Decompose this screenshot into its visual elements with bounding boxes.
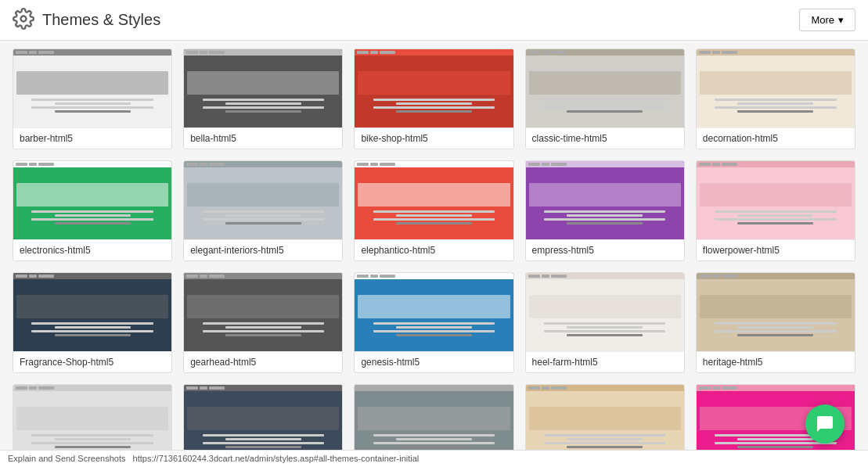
theme-thumbnail [526, 49, 684, 128]
theme-name-label: elegant-interiors-html5 [184, 239, 342, 260]
theme-card[interactable] [13, 384, 172, 450]
chat-float-button[interactable] [805, 404, 845, 444]
theme-thumbnail [697, 49, 855, 128]
theme-name-label: electronics-html5 [13, 239, 171, 260]
theme-thumbnail [355, 49, 513, 128]
theme-card[interactable]: empress-html5 [525, 160, 685, 261]
theme-name-label: heritage-html5 [697, 351, 855, 372]
theme-name-label: empress-html5 [526, 239, 684, 260]
theme-name-label: bike-shop-html5 [355, 128, 513, 149]
theme-card[interactable]: elephantico-html5 [354, 160, 513, 261]
gear-icon [13, 8, 34, 32]
theme-thumbnail [184, 273, 342, 351]
theme-thumbnail [184, 385, 342, 450]
theme-card[interactable] [525, 384, 685, 450]
theme-card[interactable]: classic-time-html5 [525, 48, 685, 149]
status-url: https://7136160244.3dcart.net/admin/styl… [133, 454, 420, 463]
theme-card[interactable]: decornation-html5 [696, 48, 855, 149]
theme-thumbnail [13, 273, 171, 351]
theme-card[interactable]: Fragrance-Shop-html5 [13, 272, 172, 373]
theme-card[interactable]: bike-shop-html5 [354, 48, 513, 149]
theme-card[interactable]: gearhead-html5 [183, 272, 343, 373]
theme-name-label: gearhead-html5 [184, 351, 342, 372]
theme-name-label: Fragrance-Shop-html5 [13, 351, 171, 372]
header: Themes & Styles More ▾ [0, 0, 868, 41]
themes-grid: barber-html5 bella-html5 [13, 48, 855, 450]
theme-card[interactable] [354, 384, 513, 450]
status-bar: Explain and Send Screenshots https://713… [0, 450, 868, 467]
header-left: Themes & Styles [13, 8, 160, 32]
theme-card[interactable]: flowerpower-html5 [696, 160, 855, 261]
page-title: Themes & Styles [42, 11, 160, 29]
theme-thumbnail [355, 385, 513, 450]
chevron-down-icon: ▾ [838, 14, 844, 26]
theme-thumbnail [526, 385, 684, 450]
theme-thumbnail [697, 273, 855, 351]
theme-card[interactable]: heritage-html5 [696, 272, 855, 373]
theme-thumbnail [13, 385, 171, 450]
theme-thumbnail [13, 161, 171, 239]
theme-card[interactable] [183, 384, 343, 450]
theme-card[interactable]: elegant-interiors-html5 [183, 160, 343, 261]
chat-icon [816, 415, 834, 433]
theme-name-label: classic-time-html5 [526, 128, 684, 149]
theme-name-label: barber-html5 [13, 128, 171, 149]
theme-thumbnail [355, 161, 513, 239]
theme-card[interactable]: barber-html5 [13, 48, 172, 149]
theme-thumbnail [355, 273, 513, 351]
theme-card[interactable]: heel-farm-html5 [525, 272, 685, 373]
themes-content: barber-html5 bella-html5 [0, 41, 868, 450]
theme-name-label: bella-html5 [184, 128, 342, 149]
theme-name-label: flowerpower-html5 [697, 239, 855, 260]
theme-thumbnail [184, 49, 342, 128]
theme-name-label: heel-farm-html5 [526, 351, 684, 372]
more-button[interactable]: More ▾ [799, 9, 855, 31]
svg-point-0 [21, 16, 27, 22]
theme-card[interactable]: genesis-html5 [354, 272, 513, 373]
theme-thumbnail [13, 49, 171, 128]
theme-card[interactable]: electronics-html5 [13, 160, 172, 261]
theme-thumbnail [184, 161, 342, 239]
theme-name-label: elephantico-html5 [355, 239, 513, 260]
status-tooltip: Explain and Send Screenshots [8, 454, 125, 463]
theme-card[interactable]: bella-html5 [183, 48, 343, 149]
theme-thumbnail [526, 273, 684, 351]
theme-name-label: genesis-html5 [355, 351, 513, 372]
theme-thumbnail [697, 161, 855, 239]
theme-thumbnail [526, 161, 684, 239]
theme-name-label: decornation-html5 [697, 128, 855, 149]
